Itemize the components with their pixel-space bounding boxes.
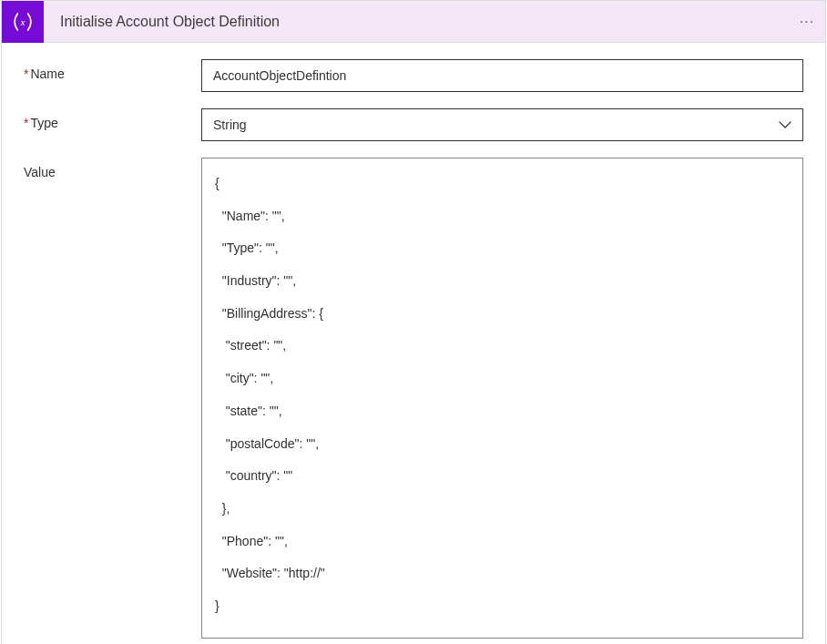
ellipsis-icon: ··· [800,14,814,30]
type-dropdown-value: String [213,118,779,132]
variable-icon-svg: x [11,10,35,34]
name-label: *Name [24,59,201,81]
more-options-button[interactable]: ··· [789,1,825,43]
card-header: x Initialise Account Object Definition ·… [2,1,825,43]
type-label: *Type [24,108,201,130]
name-row: *Name [24,59,803,92]
card-title: Initialise Account Object Definition [60,14,789,30]
chevron-down-icon [779,118,791,131]
required-marker: * [24,66,28,81]
value-label: Value [24,158,201,179]
type-row: *Type String [24,108,803,141]
type-dropdown[interactable]: String [201,108,803,141]
value-textarea[interactable]: { "Name": "", "Type": "", "Industry": ""… [201,158,803,639]
value-row: Value { "Name": "", "Type": "", "Industr… [24,158,803,639]
type-label-text: Type [30,116,57,130]
name-input[interactable] [201,59,803,92]
svg-text:x: x [19,16,25,27]
name-label-text: Name [30,66,64,81]
variable-icon: x [2,1,44,43]
required-marker: * [24,116,28,130]
action-card: x Initialise Account Object Definition ·… [1,0,826,644]
card-body: *Name *Type String Value { "Name": "", "… [2,43,825,644]
